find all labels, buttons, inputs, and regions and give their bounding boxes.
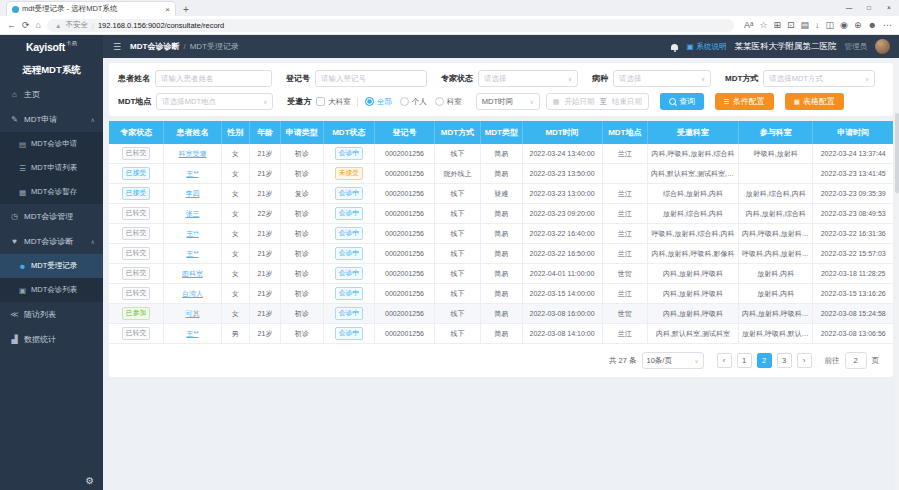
address-bar[interactable]: ▲ 不安全 | 192.168.0.156:9002/consultate/re… [47,19,734,32]
patient-name-link[interactable]: 王** [186,170,198,177]
table-row: 已转交台湾人女21岁初诊会诊中0002001256线下简易2022-03-15 … [109,284,893,304]
mdt-place-placeholder: 请选择MDT地点 [162,97,216,107]
patient-name-link[interactable]: 李四 [185,190,199,197]
divider [357,97,358,107]
patient-name-link[interactable]: 图科室 [182,270,203,277]
table-cell: 21岁 [249,184,280,204]
goto-page-input[interactable] [845,352,867,369]
profile-icon[interactable]: ☻ [868,21,877,30]
sidebar-item-mdt-apply[interactable]: ✎MDT申请∧ [0,107,103,132]
settings-gear-icon[interactable]: ⚙ [85,475,94,486]
register-no-input[interactable] [315,70,427,87]
patient-name-input[interactable] [155,70,272,87]
scrollbar-track[interactable] [895,58,899,490]
sidebar-item-mdt-consult-draft[interactable]: ▦MDT会诊暂存 [0,180,103,204]
home-icon[interactable]: ⌂ [36,21,41,30]
page-button-3[interactable]: 3 [777,353,792,368]
scrollbar-thumb[interactable] [895,113,899,193]
page-button-1[interactable]: 1 [737,353,752,368]
table-cell: 会诊中 [323,324,375,344]
next-page-button[interactable]: › [797,353,812,368]
table-cell: 初诊 [281,304,323,324]
invitee-radio[interactable]: 科室 [435,97,470,107]
split-screen-icon[interactable]: ◫ [826,21,835,30]
page-size-select[interactable]: 10条/页 ∨ [642,352,704,369]
patient-name-link[interactable]: 可其 [185,310,199,317]
reload-icon[interactable]: ⟳ [22,21,30,30]
sidebar-item-mdt-consult-apply[interactable]: ▤MDT会诊申请 [0,132,103,156]
notification-bell-icon[interactable] [671,44,678,50]
column-header: 年龄 [249,121,280,144]
maximize-button[interactable]: □ [859,0,879,14]
patient-name-link[interactable]: 王** [186,230,198,237]
invitee-radio[interactable]: 个人 [400,97,435,107]
condition-config-label: 条件配置 [733,96,765,107]
mdt-place-select[interactable]: 请选择MDT地点 ∨ [156,93,273,110]
table-cell: 已转交 [109,144,164,164]
patient-name-filter: 患者姓名 [118,70,272,87]
sidebar-item-stats[interactable]: ▟数据统计 [0,327,103,352]
invitee-checkbox[interactable] [316,97,325,106]
favorites-bar-icon[interactable]: ▤ [801,21,810,30]
patient-name-link[interactable]: 台湾人 [182,290,203,297]
disease-filter: 病种 请选择 ∨ [592,70,711,87]
sidebar-item-mdt-diagnosis[interactable]: ♥MDT会诊诊断∧ [0,229,103,254]
table-cell: 简易 [481,244,523,264]
total-count: 共 27 条 [609,356,637,366]
new-tab-button[interactable]: + [183,4,189,15]
column-header: MDT地点 [602,121,647,144]
patient-name-link[interactable]: 王** [186,250,198,257]
radio-icon [435,97,444,106]
patient-name-link[interactable]: 科室受邀 [178,150,206,157]
table-cell: 会诊中 [323,304,375,324]
expert-status-badge: 已转交 [122,147,150,160]
table-cell: 0002001256 [375,224,435,244]
sidebar-item-followup-icon: ≪ [10,310,19,319]
table-cell: 兰江 [602,184,647,204]
condition-config-button[interactable]: ☰ 条件配置 [715,93,774,110]
back-icon[interactable]: ← [7,21,16,30]
expert-status-select[interactable]: 请选择 ∨ [478,70,578,87]
table-cell: 院外线上 [434,164,480,184]
table-cell: 会诊中 [323,284,375,304]
close-button[interactable]: × [879,0,899,14]
sidebar-item-home[interactable]: ⌂主页 [0,82,103,107]
table-cell: 线下 [434,284,480,304]
user-avatar[interactable] [875,39,890,54]
search-button[interactable]: 查询 [660,93,704,110]
sidebar-item-mdt-record[interactable]: ☻MDT受理记录 [0,254,103,278]
sidebar-item-followup[interactable]: ≪随访列表 [0,302,103,327]
date-range-picker[interactable]: ▦ 开始日期 至 结束日期 [546,93,649,110]
collections-icon[interactable]: ⊞ [773,21,781,30]
copilot-icon[interactable]: ◉ [840,21,848,30]
patient-name-link[interactable]: 王** [186,330,198,337]
mdt-mode-select[interactable]: 请选择MDT方式 ∨ [763,70,875,87]
favorites-icon[interactable]: ☆ [759,21,767,30]
read-aloud-icon[interactable]: Aᵃ [744,21,753,30]
column-header: 专家状态 [109,121,164,144]
tab-close-icon[interactable]: × [165,5,170,14]
sidebar-collapse-icon[interactable]: ☰ [113,42,121,52]
disease-select[interactable]: 请选择 ∨ [613,70,711,87]
minimize-button[interactable]: — [839,0,859,14]
expert-status-badge: 已接受 [122,187,150,200]
page-button-2[interactable]: 2 [757,353,772,368]
table-cell: 可其 [164,304,221,324]
patient-name-link[interactable]: 张三 [185,210,199,217]
time-type-select[interactable]: MDT时间 ∨ [476,93,540,110]
invitee-radio[interactable]: 全部 [365,97,400,107]
system-help-link[interactable]: ▣ 系统说明 [686,42,726,52]
table-cell: 2022-03-22 16:50:00 [522,244,602,264]
more-icon[interactable]: ⋯ [883,21,892,30]
table-cell: 会诊中 [323,264,375,284]
sidebar-item-mdt-consult-list[interactable]: ▣MDT会诊列表 [0,278,103,302]
browser-tab[interactable]: mdt受理记录 - 远程MDT系统 × [6,1,176,16]
extensions-icon[interactable]: ⊕ [854,21,862,30]
downloads-icon[interactable]: ↓ [815,21,820,30]
sidebar-item-mdt-consult-apply-label: MDT会诊申请 [31,139,77,149]
sidebar-item-mdt-manage[interactable]: ◷MDT会诊管理 [0,204,103,229]
table-config-button[interactable]: ▦ 表格配置 [785,93,844,110]
screenshot-icon[interactable]: ⊡ [787,21,795,30]
prev-page-button[interactable]: ‹ [717,353,732,368]
sidebar-item-mdt-apply-list[interactable]: ☰MDT申请列表 [0,156,103,180]
